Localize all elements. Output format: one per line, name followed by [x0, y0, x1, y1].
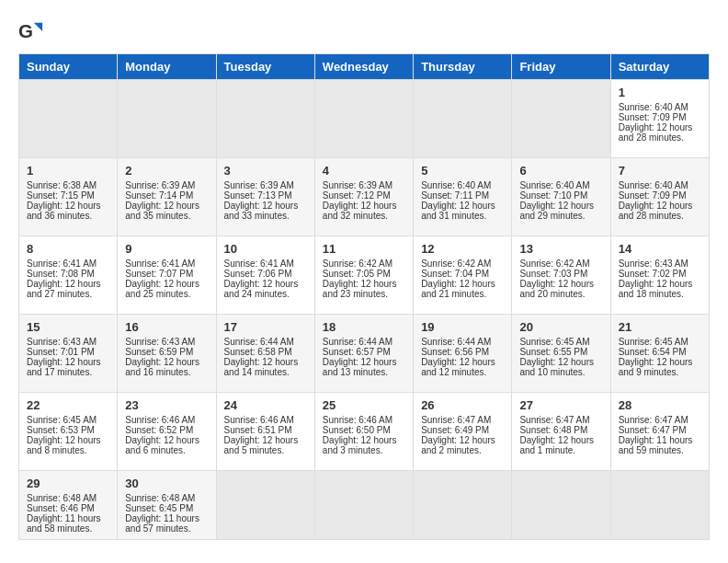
calendar-cell: 24Sunrise: 6:46 AMSunset: 6:51 PMDayligh…: [216, 393, 314, 471]
calendar-cell: 11Sunrise: 6:42 AMSunset: 7:05 PMDayligh…: [314, 236, 413, 315]
day-number: 7: [619, 164, 701, 178]
sunset-text: Sunset: 7:03 PM: [519, 269, 602, 279]
calendar-cell: 14Sunrise: 6:43 AMSunset: 7:02 PMDayligh…: [610, 236, 709, 315]
sunset-text: Sunset: 6:52 PM: [125, 425, 208, 435]
sunrise-text: Sunrise: 6:44 AM: [224, 337, 307, 347]
sunrise-text: Sunrise: 6:42 AM: [323, 259, 405, 269]
day-number: 21: [619, 320, 701, 334]
sunrise-text: Sunrise: 6:40 AM: [619, 102, 701, 112]
sunset-text: Sunset: 6:51 PM: [224, 425, 307, 435]
calendar-cell: 26Sunrise: 6:47 AMSunset: 6:49 PMDayligh…: [414, 393, 512, 471]
logo: G: [18, 18, 48, 44]
calendar-cell: 7Sunrise: 6:40 AMSunset: 7:09 PMDaylight…: [610, 158, 709, 236]
sunrise-text: Sunrise: 6:45 AM: [619, 337, 701, 347]
sunrise-text: Sunrise: 6:43 AM: [619, 259, 701, 269]
daylight-text: Daylight: 12 hours and 3 minutes.: [323, 435, 405, 455]
daylight-text: Daylight: 12 hours and 32 minutes.: [323, 201, 405, 221]
weekday-header: Sunday: [19, 54, 118, 80]
calendar-cell: 22Sunrise: 6:45 AMSunset: 6:53 PMDayligh…: [19, 393, 118, 471]
daylight-text: Daylight: 12 hours and 14 minutes.: [224, 357, 307, 377]
daylight-text: Daylight: 12 hours and 1 minute.: [519, 435, 602, 455]
calendar-cell: 16Sunrise: 6:43 AMSunset: 6:59 PMDayligh…: [118, 315, 216, 393]
daylight-text: Daylight: 12 hours and 29 minutes.: [519, 201, 602, 221]
day-number: 20: [519, 320, 602, 334]
sunrise-text: Sunrise: 6:47 AM: [421, 415, 504, 425]
calendar-cell: 30Sunrise: 6:48 AMSunset: 6:45 PMDayligh…: [118, 471, 216, 540]
calendar-cell: 19Sunrise: 6:44 AMSunset: 6:56 PMDayligh…: [414, 315, 512, 393]
day-number: 15: [27, 320, 109, 334]
sunset-text: Sunset: 6:46 PM: [27, 503, 109, 513]
sunset-text: Sunset: 7:14 PM: [125, 190, 208, 201]
day-number: 16: [125, 320, 208, 334]
page-header: G: [18, 18, 710, 44]
day-number: 29: [27, 477, 109, 490]
sunset-text: Sunset: 7:04 PM: [421, 269, 504, 279]
sunrise-text: Sunrise: 6:41 AM: [224, 259, 307, 269]
day-number: 3: [224, 164, 307, 178]
daylight-text: Daylight: 12 hours and 16 minutes.: [125, 357, 208, 377]
weekday-header: Wednesday: [314, 54, 413, 80]
daylight-text: Daylight: 12 hours and 28 minutes.: [619, 201, 701, 221]
daylight-text: Daylight: 12 hours and 18 minutes.: [619, 279, 701, 299]
daylight-text: Daylight: 12 hours and 28 minutes.: [619, 122, 701, 143]
sunset-text: Sunset: 6:59 PM: [125, 347, 208, 357]
day-number: 25: [323, 398, 405, 412]
day-number: 24: [224, 398, 307, 412]
day-number: 26: [421, 398, 504, 412]
sunset-text: Sunset: 7:01 PM: [27, 347, 109, 357]
sunset-text: Sunset: 6:45 PM: [125, 503, 208, 513]
daylight-text: Daylight: 12 hours and 13 minutes.: [323, 357, 405, 377]
day-number: 19: [421, 320, 504, 334]
weekday-header: Thursday: [414, 54, 512, 80]
calendar-cell: 21Sunrise: 6:45 AMSunset: 6:54 PMDayligh…: [610, 315, 709, 393]
day-number: 12: [421, 242, 504, 256]
sunrise-text: Sunrise: 6:39 AM: [224, 180, 307, 190]
sunset-text: Sunset: 7:06 PM: [224, 269, 307, 279]
day-number: 2: [125, 164, 208, 178]
daylight-text: Daylight: 12 hours and 2 minutes.: [421, 435, 504, 455]
day-number: 28: [619, 398, 701, 412]
day-number: 30: [125, 477, 208, 490]
weekday-header: Monday: [118, 54, 216, 80]
calendar-cell: [610, 471, 709, 540]
daylight-text: Daylight: 12 hours and 8 minutes.: [27, 435, 109, 455]
sunrise-text: Sunrise: 6:41 AM: [27, 259, 109, 269]
calendar-cell: [414, 80, 512, 158]
sunrise-text: Sunrise: 6:45 AM: [519, 337, 602, 347]
daylight-text: Daylight: 11 hours and 58 minutes.: [27, 513, 109, 534]
weekday-header: Saturday: [610, 54, 709, 80]
calendar-cell: 28Sunrise: 6:47 AMSunset: 6:47 PMDayligh…: [610, 393, 709, 471]
daylight-text: Daylight: 12 hours and 10 minutes.: [519, 357, 602, 377]
daylight-text: Daylight: 12 hours and 6 minutes.: [125, 435, 208, 455]
calendar-table: SundayMondayTuesdayWednesdayThursdayFrid…: [18, 53, 710, 540]
calendar-cell: 1Sunrise: 6:38 AMSunset: 7:15 PMDaylight…: [19, 158, 118, 236]
sunrise-text: Sunrise: 6:46 AM: [224, 415, 307, 425]
calendar-cell: 25Sunrise: 6:46 AMSunset: 6:50 PMDayligh…: [314, 393, 413, 471]
sunrise-text: Sunrise: 6:47 AM: [619, 415, 701, 425]
calendar-cell: 2Sunrise: 6:39 AMSunset: 7:14 PMDaylight…: [118, 158, 216, 236]
calendar-cell: 8Sunrise: 6:41 AMSunset: 7:08 PMDaylight…: [19, 236, 118, 315]
day-number: 6: [519, 164, 602, 178]
daylight-text: Daylight: 12 hours and 27 minutes.: [27, 279, 109, 299]
svg-text:G: G: [18, 20, 33, 41]
sunrise-text: Sunrise: 6:48 AM: [27, 493, 109, 503]
sunset-text: Sunset: 6:50 PM: [323, 425, 405, 435]
sunrise-text: Sunrise: 6:43 AM: [27, 337, 109, 347]
calendar-cell: 10Sunrise: 6:41 AMSunset: 7:06 PMDayligh…: [216, 236, 314, 315]
weekday-header: Tuesday: [216, 54, 314, 80]
daylight-text: Daylight: 12 hours and 36 minutes.: [27, 201, 109, 221]
calendar-cell: [314, 471, 413, 540]
sunset-text: Sunset: 7:08 PM: [27, 269, 109, 279]
sunset-text: Sunset: 7:07 PM: [125, 269, 208, 279]
sunset-text: Sunset: 7:05 PM: [323, 269, 405, 279]
daylight-text: Daylight: 11 hours and 57 minutes.: [125, 513, 208, 534]
sunset-text: Sunset: 6:58 PM: [224, 347, 307, 357]
day-number: 11: [323, 242, 405, 256]
day-number: 17: [224, 320, 307, 334]
sunset-text: Sunset: 6:48 PM: [519, 425, 602, 435]
sunrise-text: Sunrise: 6:46 AM: [323, 415, 405, 425]
sunset-text: Sunset: 7:12 PM: [323, 190, 405, 201]
calendar-cell: 9Sunrise: 6:41 AMSunset: 7:07 PMDaylight…: [118, 236, 216, 315]
sunrise-text: Sunrise: 6:39 AM: [323, 180, 405, 190]
calendar-cell: 17Sunrise: 6:44 AMSunset: 6:58 PMDayligh…: [216, 315, 314, 393]
